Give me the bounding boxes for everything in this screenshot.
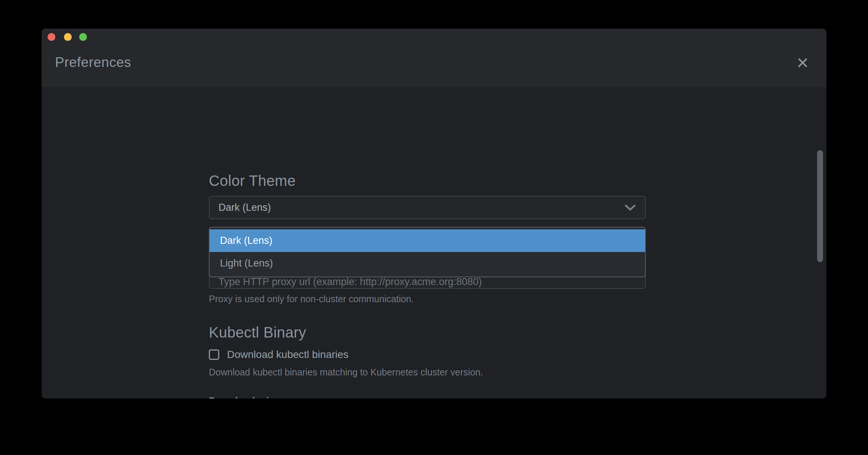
preferences-window: Preferences ✕ Color Theme Dark (Lens) Da… <box>42 29 826 398</box>
download-kubectl-checkbox-row[interactable]: Download kubectl binaries <box>209 349 349 361</box>
dropdown-option-dark-lens[interactable]: Dark (Lens) <box>210 229 645 252</box>
checkbox-unchecked-icon[interactable] <box>209 349 219 360</box>
download-kubectl-checkbox-label: Download kubectl binaries <box>227 349 349 361</box>
download-mirror-label: Download mirror <box>209 395 286 398</box>
color-theme-dropdown-menu: Dark (Lens) Light (Lens) <box>209 227 646 277</box>
color-theme-select[interactable]: Dark (Lens) <box>209 196 646 219</box>
kubectl-heading: Kubectl Binary <box>209 324 306 341</box>
scrollbar-thumb[interactable] <box>817 150 823 262</box>
preferences-content: Color Theme Dark (Lens) Dark (Lens) Ligh… <box>42 87 826 398</box>
titlebar: Preferences ✕ <box>42 29 826 87</box>
page-title: Preferences <box>55 55 131 70</box>
dropdown-option-light-lens[interactable]: Light (Lens) <box>210 252 645 275</box>
dropdown-option-label: Light (Lens) <box>220 258 273 269</box>
traffic-light-close-icon[interactable] <box>48 33 55 41</box>
traffic-light-minimize-icon[interactable] <box>64 33 72 41</box>
close-button[interactable]: ✕ <box>793 53 812 72</box>
color-theme-select-value: Dark (Lens) <box>218 202 624 213</box>
chevron-down-icon <box>624 204 636 212</box>
kubectl-note: Download kubectl binaries matching to Ku… <box>209 367 483 378</box>
color-theme-heading: Color Theme <box>209 172 296 189</box>
dropdown-option-label: Dark (Lens) <box>220 235 272 246</box>
traffic-light-zoom-icon[interactable] <box>79 33 87 41</box>
close-icon: ✕ <box>796 54 809 72</box>
http-proxy-note: Proxy is used only for non-cluster commu… <box>209 294 414 304</box>
